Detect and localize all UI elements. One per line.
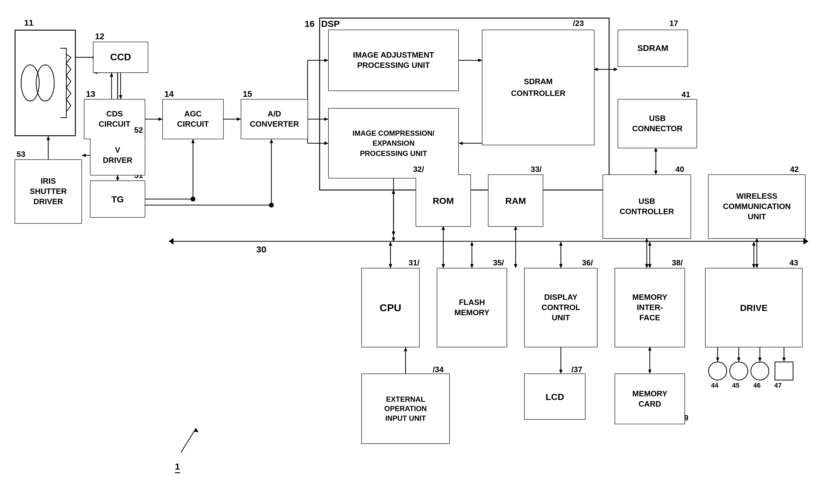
svg-marker-90: [559, 370, 562, 373]
svg-marker-78: [470, 242, 473, 245]
label-23: /23: [573, 19, 584, 28]
svg-marker-61: [645, 238, 648, 242]
svg-marker-66: [442, 264, 445, 268]
block-rom: ROM: [416, 175, 470, 226]
block-tg: TG: [90, 181, 145, 217]
svg-marker-124: [324, 142, 328, 145]
svg-marker-79: [470, 264, 473, 268]
svg-marker-97: [737, 358, 740, 361]
svg-point-30: [751, 362, 769, 380]
svg-marker-72: [169, 238, 173, 244]
label-dsp: DSP: [321, 19, 340, 29]
svg-marker-99: [758, 358, 761, 361]
svg-marker-82: [559, 264, 562, 268]
label-11: 11: [24, 18, 33, 28]
svg-marker-92: [648, 370, 651, 373]
svg-marker-88: [752, 264, 755, 268]
svg-marker-70: [514, 226, 517, 230]
svg-marker-93: [648, 347, 651, 351]
block-lcd: LCD: [525, 374, 585, 419]
block-memcard: MEMORYCARD: [615, 374, 684, 424]
block-sdram: SDRAM: [618, 30, 687, 66]
block-ram: RAM: [489, 175, 543, 226]
block-wireless: WIRELESSCOMMUNICATIONUNIT: [708, 175, 805, 238]
svg-marker-63: [755, 264, 758, 268]
block-usb-ctrl: USBCONTROLLER: [603, 175, 690, 238]
label-40: 40: [675, 165, 684, 174]
label-ref1: 1: [175, 461, 180, 473]
svg-marker-67: [442, 226, 445, 230]
label-45: 45: [732, 381, 739, 389]
label-42: 42: [790, 165, 799, 174]
block-adc: A/DCONVERTER: [241, 99, 308, 139]
label-36: 36/: [582, 258, 593, 268]
block-usb-conn: USBCONNECTOR: [618, 99, 696, 148]
svg-marker-46: [324, 59, 328, 62]
svg-point-1: [21, 65, 39, 101]
svg-marker-37: [110, 73, 113, 77]
svg-marker-58: [654, 148, 657, 151]
svg-marker-105: [116, 175, 119, 179]
svg-point-29: [730, 362, 748, 380]
svg-marker-95: [716, 358, 719, 361]
label-43: 43: [790, 258, 798, 268]
label-14: 14: [164, 89, 174, 99]
svg-line-128: [181, 428, 196, 452]
svg-point-2: [36, 65, 54, 101]
svg-marker-127: [392, 190, 395, 194]
block-sdramc: SDRAMCONTROLLER: [482, 30, 594, 145]
svg-marker-119: [270, 139, 273, 143]
svg-marker-116: [192, 139, 195, 143]
label-41: 41: [681, 90, 690, 99]
label-52: 52: [134, 126, 143, 135]
svg-marker-87: [752, 242, 755, 245]
label-31: 31/: [408, 258, 420, 268]
svg-rect-0: [15, 30, 75, 136]
block-extop: EXTERNALOPERATIONINPUT UNIT: [362, 374, 449, 443]
block-vdriver: VDRIVER: [90, 136, 145, 175]
svg-marker-103: [404, 348, 407, 351]
label-44: 44: [711, 381, 718, 389]
block-display: DISPLAYCONTROLUNIT: [525, 269, 597, 347]
svg-marker-76: [389, 264, 392, 268]
svg-marker-113: [47, 136, 50, 140]
svg-marker-39: [159, 118, 162, 121]
block-agc: AGCCIRCUIT: [163, 99, 223, 139]
label-47: 47: [774, 381, 781, 389]
svg-marker-84: [648, 242, 651, 245]
block-ice: IMAGE COMPRESSION/EXPANSIONPROCESSING UN…: [329, 109, 458, 178]
label-30: 30: [256, 244, 266, 255]
svg-marker-60: [645, 264, 648, 268]
svg-marker-81: [559, 242, 562, 245]
svg-rect-31: [775, 362, 793, 380]
svg-point-120: [191, 197, 196, 202]
svg-point-121: [269, 203, 274, 208]
svg-marker-55: [594, 68, 598, 71]
svg-marker-35: [119, 95, 122, 99]
label-16: 16: [305, 19, 314, 29]
label-32: 32/: [413, 165, 424, 174]
label-38: 38/: [672, 258, 683, 268]
label-46: 46: [753, 381, 760, 389]
svg-marker-129: [194, 428, 199, 432]
svg-marker-69: [514, 264, 517, 268]
svg-point-28: [708, 362, 727, 380]
block-memif: MEMORYINTER-FACE: [615, 269, 684, 347]
svg-marker-50: [459, 142, 462, 145]
label-53: 53: [17, 150, 25, 159]
label-37: /37: [572, 365, 582, 374]
label-17: 17: [669, 19, 678, 28]
svg-marker-73: [804, 238, 808, 244]
block-iap: IMAGE ADJUSTMENTPROCESSING UNIT: [329, 30, 458, 90]
diagram: 11 12 CCD 13 CDSCIRCUIT 14 AGCCIRCUIT 15…: [0, 0, 825, 504]
block-drive: DRIVE: [705, 269, 802, 347]
svg-marker-101: [782, 358, 785, 361]
label-12: 12: [95, 32, 104, 41]
svg-marker-75: [389, 242, 392, 245]
label-15: 15: [243, 89, 252, 99]
svg-marker-43: [324, 118, 328, 121]
svg-marker-41: [237, 118, 241, 121]
svg-marker-64: [755, 238, 758, 242]
block-iris: IRISSHUTTERDRIVER: [15, 160, 81, 223]
label-13: 13: [86, 89, 95, 99]
